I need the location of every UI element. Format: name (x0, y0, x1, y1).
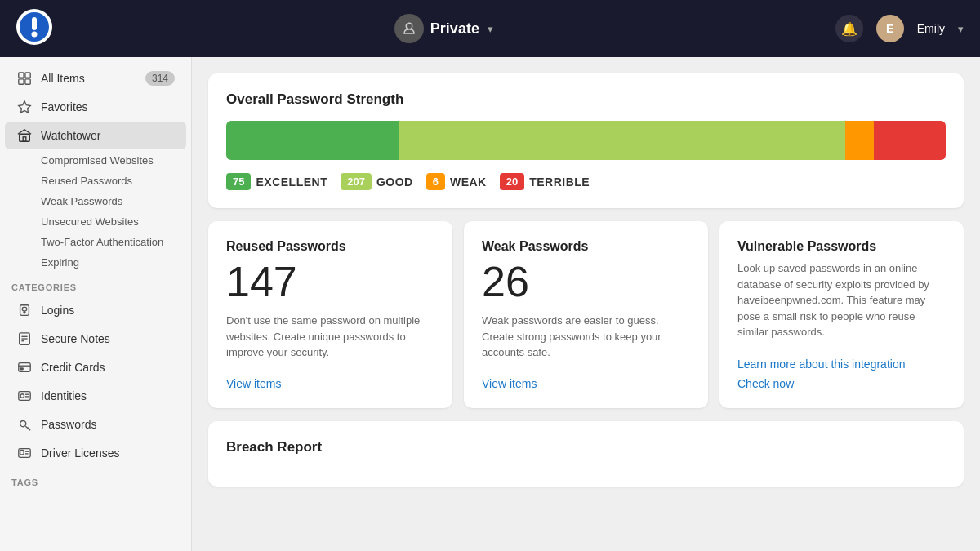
twofactor-label: Two-Factor Authentication (41, 236, 163, 248)
svg-point-14 (24, 312, 25, 313)
svg-point-3 (32, 32, 38, 38)
favorites-icon (16, 99, 33, 115)
svg-rect-10 (20, 134, 30, 141)
header-right: 🔔 E Emily ▾ (835, 15, 964, 42)
identities-icon (16, 388, 33, 404)
stat-card-title: Weak Passwords (482, 239, 690, 254)
stat-cards-row: Reused Passwords147Don't use the same pa… (208, 221, 964, 408)
legend-count: 207 (341, 173, 372, 190)
stat-card: Weak Passwords26Weak passwords are easie… (464, 221, 708, 408)
svg-rect-6 (25, 73, 30, 78)
expiring-label: Expiring (41, 256, 79, 269)
breach-report-title: Breach Report (226, 439, 946, 455)
strength-bar-segment (845, 121, 874, 160)
all-items-label: All Items (41, 72, 85, 85)
sidebar-item-credit-cards[interactable]: Credit Cards (5, 353, 186, 381)
sidebar-item-favorites[interactable]: Favorites (5, 93, 186, 121)
credit-cards-icon (16, 359, 33, 375)
compromised-label: Compromised Websites (41, 154, 154, 167)
passwords-icon (16, 416, 33, 433)
stat-number: 147 (226, 260, 434, 303)
logins-label: Logins (41, 304, 74, 317)
svg-point-4 (406, 23, 412, 29)
sidebar-item-passwords[interactable]: Passwords (5, 411, 186, 438)
password-strength-title: Overall Password Strength (226, 91, 946, 108)
sidebar-item-logins[interactable]: Logins (5, 296, 186, 324)
legend-item: 75EXCELLENT (226, 173, 327, 190)
sidebar-item-driver-licenses[interactable]: Driver Licenses (5, 439, 186, 467)
vault-chevron-icon: ▾ (488, 23, 493, 35)
legend-count: 20 (500, 173, 524, 190)
legend-item: 20TERRIBLE (500, 173, 590, 190)
secure-notes-icon (16, 331, 33, 347)
stat-card: Vulnerable PasswordsLook up saved passwo… (719, 221, 964, 408)
all-items-count: 314 (145, 71, 175, 86)
sidebar-item-unsecured[interactable]: Unsecured Websites (5, 211, 186, 232)
watchtower-label: Watchtower (41, 129, 100, 142)
strength-bar (226, 121, 946, 160)
stat-card-title: Reused Passwords (226, 239, 434, 254)
sidebar-item-expiring[interactable]: Expiring (5, 252, 186, 273)
breach-report-card: Breach Report (208, 421, 964, 487)
svg-rect-7 (19, 79, 24, 84)
svg-rect-5 (19, 73, 24, 78)
user-name: Emily (917, 22, 945, 35)
stat-number: 26 (482, 260, 690, 303)
stat-card-title: Vulnerable Passwords (737, 239, 946, 254)
sidebar-item-twofactor[interactable]: Two-Factor Authentication (5, 232, 186, 252)
credit-cards-label: Credit Cards (41, 361, 105, 374)
vault-name: Private (430, 20, 479, 38)
svg-point-23 (20, 394, 24, 398)
legend-label: EXCELLENT (256, 176, 327, 189)
svg-point-26 (20, 421, 26, 427)
identities-label: Identities (41, 389, 87, 402)
svg-rect-13 (22, 307, 26, 311)
legend-label: TERRIBLE (529, 176, 590, 189)
stat-desc: Weak passwords are easier to guess. Crea… (482, 313, 690, 361)
unsecured-label: Unsecured Websites (41, 216, 139, 228)
stat-desc: Don't use the same password on multiple … (226, 313, 434, 361)
legend-count: 6 (426, 173, 445, 190)
legend-label: WEAK (450, 176, 487, 189)
svg-rect-30 (20, 450, 24, 454)
secure-notes-label: Secure Notes (41, 332, 110, 345)
avatar: E (876, 15, 904, 42)
svg-rect-8 (25, 79, 30, 84)
app-header: Private ▾ 🔔 E Emily ▾ (0, 0, 980, 57)
sidebar-item-all-items[interactable]: All Items 314 (5, 64, 186, 92)
categories-section-label: CATEGORIES (0, 273, 191, 295)
vault-selector[interactable]: Private ▾ (394, 14, 493, 43)
strength-legend: 75EXCELLENT207GOOD6WEAK20TERRIBLE (226, 173, 946, 190)
stat-learn-more-link[interactable]: Learn more about this integration (737, 358, 946, 371)
bell-icon[interactable]: 🔔 (835, 15, 863, 42)
stat-check-now-link[interactable]: Check now (737, 377, 946, 390)
stat-desc: Look up saved passwords in an online dat… (737, 260, 946, 341)
legend-item: 6WEAK (426, 173, 487, 190)
sidebar-item-weak[interactable]: Weak Passwords (5, 191, 186, 211)
favorites-label: Favorites (41, 100, 88, 113)
password-strength-card: Overall Password Strength 75EXCELLENT207… (208, 73, 964, 208)
logo (16, 9, 52, 48)
sidebar-item-identities[interactable]: Identities (5, 382, 186, 410)
main-content: Overall Password Strength 75EXCELLENT207… (192, 57, 980, 551)
legend-item: 207GOOD (341, 173, 412, 190)
stat-view-items-link[interactable]: View items (226, 377, 434, 390)
legend-label: GOOD (376, 176, 413, 189)
driver-licenses-icon (16, 445, 33, 461)
strength-bar-segment (399, 121, 844, 160)
sidebar: All Items 314 Favorites Watchtower (0, 57, 192, 551)
svg-rect-11 (23, 137, 26, 141)
svg-rect-2 (32, 17, 37, 30)
svg-rect-21 (20, 368, 24, 370)
user-chevron-icon: ▾ (958, 23, 964, 35)
sidebar-item-reused[interactable]: Reused Passwords (5, 171, 186, 191)
tags-section-label: TAGS (0, 468, 191, 491)
stat-view-items-link[interactable]: View items (482, 377, 690, 390)
sidebar-item-secure-notes[interactable]: Secure Notes (5, 325, 186, 353)
sidebar-item-watchtower[interactable]: Watchtower (5, 122, 186, 149)
stat-card: Reused Passwords147Don't use the same pa… (208, 221, 452, 408)
reused-label: Reused Passwords (41, 175, 132, 187)
strength-bar-segment (226, 121, 399, 160)
weak-label: Weak Passwords (41, 195, 122, 207)
sidebar-item-compromised[interactable]: Compromised Websites (5, 150, 186, 171)
